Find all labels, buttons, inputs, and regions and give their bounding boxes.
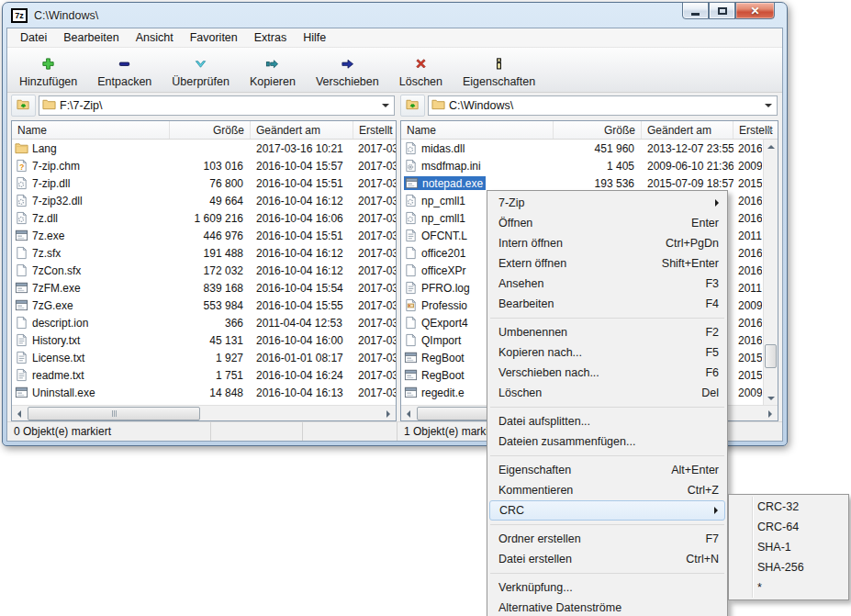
eigenschaften-button[interactable]: Eigenschaften — [453, 50, 545, 88]
context-menu-item-dateien-zusammenf-gen[interactable]: Dateien zusammenfügen... — [487, 431, 727, 452]
crc-submenu-item-sha-256[interactable]: SHA-256 — [729, 557, 848, 577]
file-row-readme-txt[interactable]: readme.txt1 7512016-10-04 16:242017-03 — [12, 366, 396, 384]
file-row-7z-exe[interactable]: 7z.exe446 9762016-10-04 15:512017-03 — [12, 227, 396, 244]
left-horizontal-scrollbar[interactable] — [12, 405, 396, 420]
menu-item-label: Eigenschaften — [498, 464, 671, 476]
menubar-item-bearbeiten[interactable]: Bearbeiten — [55, 29, 127, 47]
file-row-descript-ion[interactable]: descript.ion3662011-04-04 12:532017-03 — [12, 314, 396, 331]
context-menu-item-crc[interactable]: CRC — [489, 500, 725, 521]
entpacken-button[interactable]: Entpacken — [87, 50, 162, 88]
kopieren-button[interactable]: Kopieren — [240, 50, 306, 88]
file-created-date: 2009-07 — [733, 160, 762, 173]
path-combobox-left[interactable]: F:\7-Zip\ — [39, 95, 395, 116]
l-schen-button[interactable]: Löschen — [389, 50, 453, 88]
context-menu-item-intern-ffnen[interactable]: Intern öffnenCtrl+PgDn — [487, 233, 727, 253]
folder-up-button-right[interactable] — [400, 95, 425, 117]
context-menu-item-ansehen[interactable]: AnsehenF3 — [487, 274, 727, 294]
column-header-ge-ndert-am[interactable]: Geändert am — [251, 121, 353, 139]
scroll-left-button[interactable] — [12, 407, 27, 420]
scroll-up-button[interactable] — [764, 140, 778, 153]
minimize-button[interactable] — [682, 2, 709, 19]
folder-up-button-left[interactable] — [11, 95, 36, 117]
menubar-item-hilfe[interactable]: Hilfe — [295, 29, 334, 47]
file-created-date: 2016-04 — [733, 317, 762, 330]
menu-item-shortcut: F4 — [705, 297, 719, 310]
context-menu-item-bearbeiten[interactable]: BearbeitenF4 — [487, 294, 727, 314]
delete-x-icon — [414, 51, 428, 75]
context-menu-item-datei-aufsplitten[interactable]: Datei aufsplitten... — [487, 411, 727, 431]
column-header-name[interactable]: Name — [12, 121, 170, 139]
file-row-7zg-exe[interactable]: 7zG.exe553 9842016-10-04 15:552017-03 — [12, 297, 396, 314]
combobox-dropdown-button[interactable] — [761, 97, 776, 114]
file-row-7-zip-dll[interactable]: 7-zip.dll76 8002016-10-04 15:512017-03 — [12, 174, 396, 192]
file-row-uninstall-exe[interactable]: Uninstall.exe14 8482016-10-04 16:132017-… — [12, 384, 396, 401]
file-row-7zcon-sfx[interactable]: 7zCon.sfx172 0322016-10-04 16:122017-03 — [12, 262, 396, 279]
ini-file-icon — [404, 159, 418, 173]
file-modified-date: 2016-10-04 16:00 — [251, 334, 353, 347]
crc-submenu-item-item[interactable]: * — [729, 577, 848, 598]
context-menu-item-datei-erstellen[interactable]: Datei erstellenCtrl+N — [487, 549, 727, 569]
file-row-7-zip-chm[interactable]: ?7-zip.chm103 0162016-10-04 15:572017-03 — [12, 157, 396, 174]
file-row-7z-dll[interactable]: 7z.dll1 609 2162016-10-04 16:062017-03 — [12, 209, 396, 227]
path-combobox-right[interactable]: C:\Windows\ — [428, 95, 778, 116]
file-row-license-txt[interactable]: License.txt1 9272016-01-01 08:172017-03 — [12, 349, 396, 366]
column-header-ge-ndert-am[interactable]: Geändert am — [642, 121, 733, 139]
maximize-button[interactable] — [709, 2, 735, 19]
context-menu-item-umbenennen[interactable]: UmbenennenF2 — [487, 322, 727, 342]
crc-submenu-item-crc-32[interactable]: CRC-32 — [729, 497, 848, 517]
file-row-lang[interactable]: Lang2017-03-16 10:212017-03 — [12, 140, 396, 157]
scroll-right-button[interactable] — [763, 407, 778, 420]
context-menu-item-l-schen[interactable]: LöschenDel — [487, 383, 727, 403]
menu-item-label: Umbenennen — [498, 326, 705, 339]
context-menu-item-7-zip[interactable]: 7-Zip — [487, 193, 727, 213]
file-name: QImport — [421, 334, 461, 347]
context-menu-item-verkn-pfung[interactable]: Verknüpfung... — [487, 577, 727, 598]
status-cell — [211, 422, 303, 441]
context-menu-item-extern-ffnen[interactable]: Extern öffnenShift+Enter — [487, 253, 727, 274]
file-row-7zfm-exe[interactable]: 7zFM.exe839 1682016-10-04 15:542017-03 — [12, 279, 396, 297]
scroll-down-button[interactable] — [764, 391, 778, 405]
file-name: regedit.e — [421, 386, 465, 399]
file-name: RegBoot — [421, 352, 465, 364]
menubar-item-ansicht[interactable]: Ansicht — [128, 29, 182, 47]
column-header-erstellt[interactable]: Erstellt — [353, 121, 396, 139]
context-menu-item-ffnen[interactable]: ÖffnenEnter — [487, 213, 727, 233]
left-panel-status: 0 Objekt(e) markiert — [7, 422, 397, 441]
file-size: 191 488 — [170, 247, 251, 260]
context-menu-item-alternative-datenstr-me[interactable]: Alternative Datenströme — [487, 598, 727, 616]
title-bar[interactable]: 7z C:\Windows\ ✕ — [3, 3, 787, 28]
file-row-7z-sfx[interactable]: 7z.sfx191 4882016-10-04 16:122017-03 — [12, 244, 396, 262]
file-modified-date: 2016-10-04 15:55 — [251, 299, 353, 312]
verschieben-button[interactable]: Verschieben — [306, 50, 389, 88]
file-created-date: 2017-03 — [353, 369, 396, 382]
close-button[interactable]: ✕ — [735, 2, 775, 19]
column-header-name[interactable]: Name — [401, 121, 554, 139]
berpr-fen-button[interactable]: Überprüfen — [162, 50, 240, 88]
file-row-msdfmap-ini[interactable]: msdfmap.ini1 4052009-06-10 21:362009-07 — [401, 157, 762, 174]
column-header-gr-e[interactable]: Größe — [554, 121, 642, 139]
crc-submenu-item-sha-1[interactable]: SHA-1 — [729, 537, 848, 557]
context-menu-item-verschieben-nach[interactable]: Verschieben nach...F6 — [487, 363, 727, 383]
file-row-midas-dll[interactable]: midas.dll451 9602013-12-07 23:552016-04 — [401, 140, 762, 157]
menubar-item-datei[interactable]: Datei — [12, 29, 55, 47]
context-menu-item-kommentieren[interactable]: KommentierenCtrl+Z — [487, 480, 727, 500]
scrollbar-thumb[interactable] — [765, 344, 777, 368]
scroll-right-button[interactable] — [381, 407, 396, 420]
crc-submenu-item-crc-64[interactable]: CRC-64 — [729, 517, 848, 537]
menubar-item-extras[interactable]: Extras — [246, 29, 295, 47]
menubar-item-favoriten[interactable]: Favoriten — [182, 29, 246, 47]
file-size: 45 131 — [170, 334, 251, 347]
scroll-left-button[interactable] — [401, 407, 416, 420]
context-menu-item-ordner-erstellen[interactable]: Ordner erstellenF7 — [487, 529, 727, 549]
column-header-gr-e[interactable]: Größe — [170, 121, 251, 139]
context-menu-item-kopieren-nach[interactable]: Kopieren nach...F5 — [487, 342, 727, 363]
combobox-dropdown-button[interactable] — [378, 97, 393, 114]
file-name: Uninstall.exe — [32, 386, 95, 399]
right-vertical-scrollbar[interactable] — [763, 140, 778, 405]
hinzuf-gen-button[interactable]: Hinzufügen — [9, 50, 87, 88]
file-name: np_cmll1 — [421, 212, 465, 225]
file-row-7-zip32-dll[interactable]: 7-zip32.dll49 6642016-10-04 16:122017-03 — [12, 192, 396, 209]
context-menu-item-eigenschaften[interactable]: EigenschaftenAlt+Enter — [487, 460, 727, 480]
scrollbar-thumb[interactable] — [28, 407, 200, 420]
file-row-history-txt[interactable]: History.txt45 1312016-10-04 16:002017-03 — [12, 331, 396, 349]
